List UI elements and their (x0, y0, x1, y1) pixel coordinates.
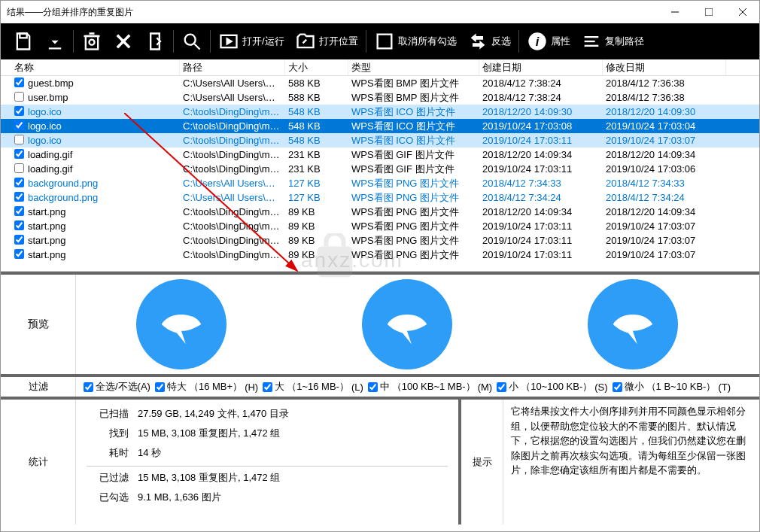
cell-type: WPS看图 ICO 图片文件 (348, 105, 479, 119)
cell-cdate: 2018/12/20 14:09:30 (479, 106, 603, 117)
cell-name: user.bmp (25, 92, 180, 103)
cell-size: 588 KB (285, 78, 348, 89)
table-row[interactable]: loading.gifC:\tools\DingDing\mai...231 K… (1, 162, 759, 176)
table-row[interactable]: start.pngC:\tools\DingDing\mai...89 KBWP… (1, 205, 759, 219)
svg-text:i: i (535, 35, 539, 48)
cell-size: 127 KB (285, 192, 348, 203)
cell-mdate: 2018/4/12 7:36:38 (603, 92, 726, 103)
filter-s-checkbox[interactable] (497, 382, 506, 392)
hint-label: 提示 (461, 400, 503, 524)
preview-thumb[interactable] (136, 279, 226, 369)
move-button[interactable] (140, 26, 170, 56)
preview-thumb[interactable] (588, 279, 678, 369)
col-name[interactable]: 名称 (11, 59, 180, 75)
cell-mdate: 2018/12/20 14:09:34 (603, 149, 726, 160)
filter-m-checkbox[interactable] (368, 382, 378, 392)
cell-cdate: 2019/10/24 17:03:11 (479, 249, 603, 260)
cell-name: start.png (25, 249, 180, 260)
cell-mdate: 2018/12/20 14:09:34 (603, 206, 726, 217)
search-button[interactable] (177, 26, 207, 56)
table-row[interactable]: user.bmpC:\Users\All Users\Micr...588 KB… (1, 90, 759, 105)
row-checkbox[interactable] (14, 192, 24, 202)
filter-t-checkbox[interactable] (613, 382, 622, 392)
cell-path: C:\Users\All Users\Micr... (180, 192, 285, 203)
table-row[interactable]: logo.icoC:\tools\DingDing\mai...548 KBWP… (1, 133, 759, 147)
col-path[interactable]: 路径 (180, 59, 285, 75)
cell-path: C:\tools\DingDing\mai... (180, 220, 285, 232)
filter-all-checkbox[interactable] (84, 382, 93, 392)
cell-name: logo.ico (25, 135, 180, 146)
save-button[interactable] (8, 26, 38, 56)
table-row[interactable]: logo.icoC:\tools\DingDing\mai...548 KBWP… (1, 105, 759, 119)
row-checkbox[interactable] (14, 206, 24, 216)
filter-xl-checkbox[interactable] (155, 382, 165, 392)
filter-label: 过滤 (1, 377, 76, 397)
svg-line-10 (195, 44, 200, 50)
close-button[interactable] (725, 1, 759, 23)
cell-mdate: 2019/10/24 17:03:06 (603, 163, 726, 175)
row-checkbox[interactable] (14, 92, 24, 102)
col-size[interactable]: 大小 (285, 59, 348, 75)
cell-size: 588 KB (285, 92, 348, 103)
cell-path: C:\tools\DingDing\mai... (180, 206, 285, 217)
table-row[interactable]: start.pngC:\tools\DingDing\mai...89 KBWP… (1, 233, 759, 248)
table-row[interactable]: loading.gifC:\tools\DingDing\mai...231 K… (1, 147, 759, 162)
cell-name: start.png (25, 235, 180, 246)
cell-type: WPS看图 PNG 图片文件 (348, 220, 479, 233)
table-row[interactable]: background.pngC:\Users\All Users\Micr...… (1, 190, 759, 205)
download-button[interactable] (40, 26, 70, 56)
table-row[interactable]: guest.bmpC:\Users\All Users\Micr...588 K… (1, 76, 759, 90)
row-checkbox[interactable] (14, 220, 24, 230)
filter-l-checkbox[interactable] (263, 382, 272, 392)
cell-type: WPS看图 ICO 图片文件 (348, 134, 479, 147)
row-checkbox[interactable] (14, 149, 24, 159)
table-row[interactable]: logo.icoC:\tools\DingDing\mai...548 KBWP… (1, 119, 759, 133)
cell-size: 231 KB (285, 149, 348, 160)
svg-point-9 (185, 35, 196, 45)
titlebar: 结果——分组并排序的重复图片 (1, 1, 759, 23)
open-run-button[interactable]: 打开/运行 (214, 26, 289, 56)
cell-path: C:\Users\All Users\Micr... (180, 178, 285, 189)
copy-path-button[interactable]: 复制路径 (576, 26, 649, 56)
cell-path: C:\tools\DingDing\mai... (180, 120, 285, 132)
table-row[interactable]: start.pngC:\tools\DingDing\mai...89 KBWP… (1, 248, 759, 262)
cell-cdate: 2019/10/24 17:03:11 (479, 163, 603, 175)
maximize-button[interactable] (692, 1, 725, 23)
row-checkbox[interactable] (14, 78, 24, 87)
delete-button[interactable] (108, 26, 138, 56)
cell-path: C:\tools\DingDing\mai... (180, 149, 285, 160)
open-location-button[interactable]: 打开位置 (290, 26, 363, 56)
cell-type: WPS看图 PNG 图片文件 (348, 205, 479, 219)
minimize-button[interactable] (658, 1, 692, 23)
col-mdate[interactable]: 修改日期 (603, 59, 726, 75)
row-checkbox[interactable] (14, 135, 24, 144)
cell-size: 89 KB (285, 249, 348, 260)
preview-thumb[interactable] (362, 279, 452, 369)
col-type[interactable]: 类型 (348, 59, 479, 75)
cell-size: 89 KB (285, 206, 348, 217)
table-row[interactable]: start.pngC:\tools\DingDing\mai...89 KBWP… (1, 219, 759, 233)
invert-button[interactable]: 反选 (463, 26, 515, 56)
uncheck-all-button[interactable]: 取消所有勾选 (369, 26, 461, 56)
cell-path: C:\tools\DingDing\mai... (180, 249, 285, 260)
table-row[interactable]: background.pngC:\Users\All Users\Micr...… (1, 176, 759, 190)
row-checkbox[interactable] (14, 249, 24, 259)
stats-label: 统计 (1, 400, 76, 524)
cell-path: C:\tools\DingDing\mai... (180, 106, 285, 117)
row-checkbox[interactable] (14, 235, 24, 245)
recycle-button[interactable] (77, 26, 107, 56)
bottom-panel: 统计 已扫描27.59 GB, 14,249 文件, 1,470 目录 找到15… (1, 397, 759, 524)
row-checkbox[interactable] (14, 106, 24, 116)
svg-rect-12 (377, 35, 391, 49)
cell-cdate: 2018/4/12 7:34:33 (479, 178, 603, 189)
col-cdate[interactable]: 创建日期 (479, 59, 603, 75)
row-checkbox[interactable] (14, 163, 24, 173)
cell-mdate: 2018/4/12 7:34:33 (603, 178, 726, 189)
cell-cdate: 2019/10/24 17:03:08 (479, 120, 603, 132)
cell-name: logo.ico (25, 106, 180, 117)
row-checkbox[interactable] (14, 120, 24, 130)
row-checkbox[interactable] (14, 178, 24, 187)
properties-button[interactable]: i属性 (522, 26, 575, 56)
cell-path: C:\Users\All Users\Micr... (180, 78, 285, 89)
cell-size: 548 KB (285, 120, 348, 132)
